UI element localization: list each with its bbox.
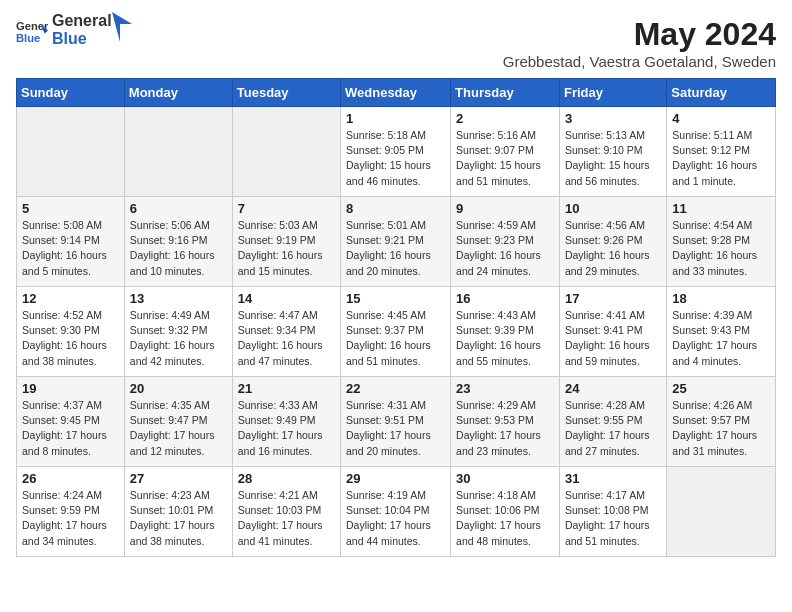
logo: General Blue General Blue	[16, 16, 132, 48]
calendar-week-4: 19Sunrise: 4:37 AMSunset: 9:45 PMDayligh…	[17, 377, 776, 467]
calendar-cell: 14Sunrise: 4:47 AMSunset: 9:34 PMDayligh…	[232, 287, 340, 377]
calendar-table: SundayMondayTuesdayWednesdayThursdayFrid…	[16, 78, 776, 557]
day-number: 25	[672, 381, 770, 396]
day-info: Sunrise: 4:21 AMSunset: 10:03 PMDaylight…	[238, 488, 335, 549]
day-info: Sunrise: 5:01 AMSunset: 9:21 PMDaylight:…	[346, 218, 445, 279]
calendar-cell	[124, 107, 232, 197]
day-info: Sunrise: 4:19 AMSunset: 10:04 PMDaylight…	[346, 488, 445, 549]
calendar-week-1: 1Sunrise: 5:18 AMSunset: 9:05 PMDaylight…	[17, 107, 776, 197]
calendar-cell: 6Sunrise: 5:06 AMSunset: 9:16 PMDaylight…	[124, 197, 232, 287]
weekday-header-tuesday: Tuesday	[232, 79, 340, 107]
calendar-cell: 12Sunrise: 4:52 AMSunset: 9:30 PMDayligh…	[17, 287, 125, 377]
calendar-cell: 16Sunrise: 4:43 AMSunset: 9:39 PMDayligh…	[451, 287, 560, 377]
calendar-cell: 8Sunrise: 5:01 AMSunset: 9:21 PMDaylight…	[341, 197, 451, 287]
calendar-cell: 22Sunrise: 4:31 AMSunset: 9:51 PMDayligh…	[341, 377, 451, 467]
day-info: Sunrise: 5:03 AMSunset: 9:19 PMDaylight:…	[238, 218, 335, 279]
day-number: 27	[130, 471, 227, 486]
day-number: 17	[565, 291, 661, 306]
day-number: 11	[672, 201, 770, 216]
logo-arrow-icon	[112, 12, 132, 42]
calendar-cell: 1Sunrise: 5:18 AMSunset: 9:05 PMDaylight…	[341, 107, 451, 197]
calendar-cell: 20Sunrise: 4:35 AMSunset: 9:47 PMDayligh…	[124, 377, 232, 467]
day-info: Sunrise: 4:49 AMSunset: 9:32 PMDaylight:…	[130, 308, 227, 369]
day-number: 28	[238, 471, 335, 486]
day-info: Sunrise: 4:29 AMSunset: 9:53 PMDaylight:…	[456, 398, 554, 459]
day-info: Sunrise: 5:18 AMSunset: 9:05 PMDaylight:…	[346, 128, 445, 189]
calendar-cell: 13Sunrise: 4:49 AMSunset: 9:32 PMDayligh…	[124, 287, 232, 377]
weekday-header-friday: Friday	[559, 79, 666, 107]
logo-icon: General Blue	[16, 16, 48, 48]
day-number: 4	[672, 111, 770, 126]
day-info: Sunrise: 4:45 AMSunset: 9:37 PMDaylight:…	[346, 308, 445, 369]
day-number: 24	[565, 381, 661, 396]
weekday-header-monday: Monday	[124, 79, 232, 107]
day-number: 23	[456, 381, 554, 396]
calendar-cell	[232, 107, 340, 197]
day-info: Sunrise: 4:52 AMSunset: 9:30 PMDaylight:…	[22, 308, 119, 369]
calendar-cell: 25Sunrise: 4:26 AMSunset: 9:57 PMDayligh…	[667, 377, 776, 467]
day-info: Sunrise: 4:47 AMSunset: 9:34 PMDaylight:…	[238, 308, 335, 369]
day-number: 9	[456, 201, 554, 216]
day-info: Sunrise: 4:39 AMSunset: 9:43 PMDaylight:…	[672, 308, 770, 369]
day-info: Sunrise: 4:33 AMSunset: 9:49 PMDaylight:…	[238, 398, 335, 459]
weekday-header-sunday: Sunday	[17, 79, 125, 107]
calendar-cell: 29Sunrise: 4:19 AMSunset: 10:04 PMDaylig…	[341, 467, 451, 557]
day-info: Sunrise: 4:54 AMSunset: 9:28 PMDaylight:…	[672, 218, 770, 279]
day-info: Sunrise: 5:11 AMSunset: 9:12 PMDaylight:…	[672, 128, 770, 189]
calendar-cell: 9Sunrise: 4:59 AMSunset: 9:23 PMDaylight…	[451, 197, 560, 287]
svg-marker-4	[112, 12, 132, 42]
day-info: Sunrise: 4:23 AMSunset: 10:01 PMDaylight…	[130, 488, 227, 549]
day-number: 15	[346, 291, 445, 306]
day-number: 6	[130, 201, 227, 216]
day-info: Sunrise: 5:06 AMSunset: 9:16 PMDaylight:…	[130, 218, 227, 279]
calendar-cell: 24Sunrise: 4:28 AMSunset: 9:55 PMDayligh…	[559, 377, 666, 467]
day-info: Sunrise: 4:43 AMSunset: 9:39 PMDaylight:…	[456, 308, 554, 369]
day-info: Sunrise: 4:37 AMSunset: 9:45 PMDaylight:…	[22, 398, 119, 459]
title-area: May 2024 Grebbestad, Vaestra Goetaland, …	[503, 16, 776, 70]
calendar-cell: 4Sunrise: 5:11 AMSunset: 9:12 PMDaylight…	[667, 107, 776, 197]
day-info: Sunrise: 5:16 AMSunset: 9:07 PMDaylight:…	[456, 128, 554, 189]
day-number: 16	[456, 291, 554, 306]
day-number: 3	[565, 111, 661, 126]
calendar-cell: 31Sunrise: 4:17 AMSunset: 10:08 PMDaylig…	[559, 467, 666, 557]
calendar-cell: 28Sunrise: 4:21 AMSunset: 10:03 PMDaylig…	[232, 467, 340, 557]
day-info: Sunrise: 4:31 AMSunset: 9:51 PMDaylight:…	[346, 398, 445, 459]
calendar-cell: 5Sunrise: 5:08 AMSunset: 9:14 PMDaylight…	[17, 197, 125, 287]
calendar-cell: 26Sunrise: 4:24 AMSunset: 9:59 PMDayligh…	[17, 467, 125, 557]
day-info: Sunrise: 4:28 AMSunset: 9:55 PMDaylight:…	[565, 398, 661, 459]
weekday-header-thursday: Thursday	[451, 79, 560, 107]
calendar-cell: 23Sunrise: 4:29 AMSunset: 9:53 PMDayligh…	[451, 377, 560, 467]
calendar-body: 1Sunrise: 5:18 AMSunset: 9:05 PMDaylight…	[17, 107, 776, 557]
calendar-cell: 7Sunrise: 5:03 AMSunset: 9:19 PMDaylight…	[232, 197, 340, 287]
calendar-cell: 17Sunrise: 4:41 AMSunset: 9:41 PMDayligh…	[559, 287, 666, 377]
day-info: Sunrise: 4:18 AMSunset: 10:06 PMDaylight…	[456, 488, 554, 549]
calendar-cell: 30Sunrise: 4:18 AMSunset: 10:06 PMDaylig…	[451, 467, 560, 557]
calendar-cell: 15Sunrise: 4:45 AMSunset: 9:37 PMDayligh…	[341, 287, 451, 377]
calendar-week-5: 26Sunrise: 4:24 AMSunset: 9:59 PMDayligh…	[17, 467, 776, 557]
day-info: Sunrise: 4:56 AMSunset: 9:26 PMDaylight:…	[565, 218, 661, 279]
day-number: 20	[130, 381, 227, 396]
day-info: Sunrise: 5:13 AMSunset: 9:10 PMDaylight:…	[565, 128, 661, 189]
day-number: 31	[565, 471, 661, 486]
calendar-week-2: 5Sunrise: 5:08 AMSunset: 9:14 PMDaylight…	[17, 197, 776, 287]
day-info: Sunrise: 4:26 AMSunset: 9:57 PMDaylight:…	[672, 398, 770, 459]
day-number: 14	[238, 291, 335, 306]
day-number: 2	[456, 111, 554, 126]
weekday-header-wednesday: Wednesday	[341, 79, 451, 107]
page-header: General Blue General Blue May 2024 Grebb…	[16, 16, 776, 70]
logo-blue: Blue	[52, 30, 112, 48]
day-number: 13	[130, 291, 227, 306]
day-info: Sunrise: 4:24 AMSunset: 9:59 PMDaylight:…	[22, 488, 119, 549]
day-number: 21	[238, 381, 335, 396]
calendar-week-3: 12Sunrise: 4:52 AMSunset: 9:30 PMDayligh…	[17, 287, 776, 377]
day-number: 22	[346, 381, 445, 396]
calendar-cell	[667, 467, 776, 557]
calendar-cell	[17, 107, 125, 197]
logo-general: General	[52, 12, 112, 30]
calendar-cell: 11Sunrise: 4:54 AMSunset: 9:28 PMDayligh…	[667, 197, 776, 287]
weekday-header-saturday: Saturday	[667, 79, 776, 107]
calendar-cell: 10Sunrise: 4:56 AMSunset: 9:26 PMDayligh…	[559, 197, 666, 287]
calendar-header: SundayMondayTuesdayWednesdayThursdayFrid…	[17, 79, 776, 107]
svg-text:Blue: Blue	[16, 32, 40, 44]
day-number: 1	[346, 111, 445, 126]
